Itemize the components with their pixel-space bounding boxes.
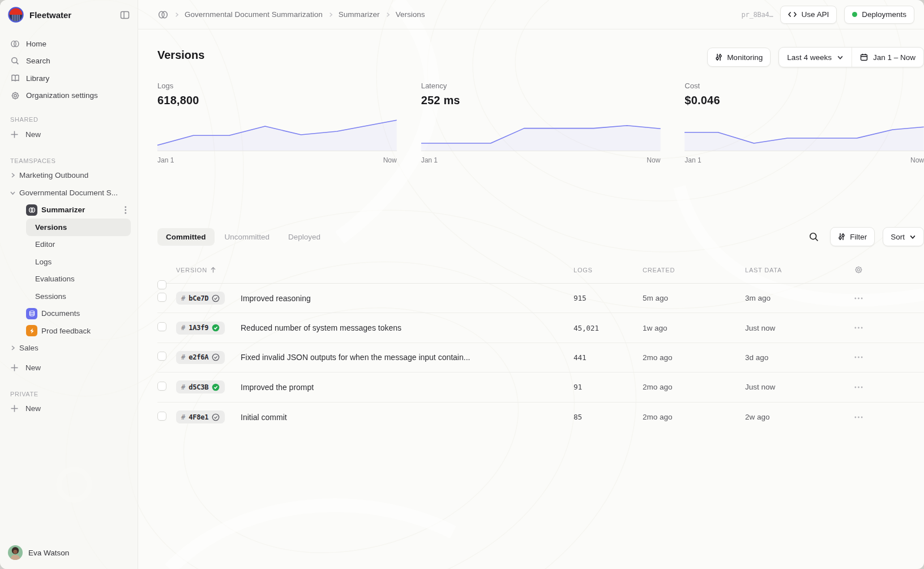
sidebar-item-editor[interactable]: Editor xyxy=(7,236,131,254)
tab-deployed[interactable]: Deployed xyxy=(280,228,329,246)
version-badge[interactable]: #e2f6A xyxy=(176,351,225,364)
project-summarizer[interactable]: Summarizer xyxy=(7,202,131,219)
last-data-time: Just now xyxy=(745,383,850,391)
use-api-label: Use API xyxy=(801,10,829,19)
breadcrumb-item[interactable]: Versions xyxy=(396,10,425,19)
project-menu-button[interactable] xyxy=(121,206,131,214)
date-range-label: Jan 1 – Now xyxy=(873,53,916,62)
private-new-button[interactable]: New xyxy=(7,400,131,418)
column-header-last-data[interactable]: LAST DATA xyxy=(745,267,850,273)
row-checkbox[interactable] xyxy=(157,352,166,361)
avatar xyxy=(8,545,23,560)
version-badge[interactable]: #1A3f9 xyxy=(176,322,225,335)
metric-label: Latency xyxy=(421,82,661,90)
version-badge[interactable]: #4F8e1 xyxy=(176,410,225,423)
user-menu[interactable]: Eva Watson xyxy=(7,543,131,562)
version-badge[interactable]: #d5C3B xyxy=(176,380,225,393)
row-menu-button[interactable] xyxy=(850,386,867,388)
sidebar-item-evaluations[interactable]: Evaluations xyxy=(7,271,131,288)
sidebar-item-documents[interactable]: Documents xyxy=(7,305,131,323)
sidebar-collapse-button[interactable] xyxy=(118,8,131,21)
column-header-logs[interactable]: LOGS xyxy=(574,267,643,273)
row-menu-button[interactable] xyxy=(850,327,867,329)
sidebar-item-logs[interactable]: Logs xyxy=(7,253,131,271)
select-all-checkbox[interactable] xyxy=(157,280,166,289)
check-circle-outline-icon xyxy=(212,353,220,361)
row-menu-button[interactable] xyxy=(850,297,867,300)
version-hash: d5C3B xyxy=(189,383,208,391)
breadcrumb-item[interactable]: Summarizer xyxy=(339,10,380,19)
teamspaces-new-button[interactable]: New xyxy=(7,359,131,377)
page-actions: Monitoring Last 4 weeks Jan 1 – xyxy=(707,47,924,67)
row-menu-button[interactable] xyxy=(850,356,867,358)
column-header-created[interactable]: CREATED xyxy=(643,267,745,273)
column-label: LAST DATA xyxy=(745,267,782,273)
monitoring-button[interactable]: Monitoring xyxy=(707,48,771,67)
shared-new-button[interactable]: New xyxy=(7,126,131,143)
tab-uncommitted[interactable]: Uncommitted xyxy=(216,228,279,246)
chevron-right-icon xyxy=(328,12,333,18)
table-row[interactable]: #e2f6A Fixed invalid JSON outputs for wh… xyxy=(157,343,924,373)
column-header-version[interactable]: VERSION xyxy=(176,267,241,273)
app-window: Fleetwater Home xyxy=(0,0,924,569)
range-preset-dropdown[interactable]: Last 4 weeks xyxy=(779,48,852,67)
sidebar-item-sessions[interactable]: Sessions xyxy=(7,288,131,305)
check-circle-filled-icon xyxy=(212,324,220,332)
table-row[interactable]: #1A3f9 Reduced number of system messages… xyxy=(157,313,924,343)
logs-count: 915 xyxy=(574,294,643,302)
ellipsis-icon xyxy=(854,297,863,300)
use-api-button[interactable]: Use API xyxy=(780,6,837,24)
row-menu-button[interactable] xyxy=(850,416,867,418)
table-header: VERSION LOGS CREATED LAST DATA xyxy=(157,266,924,284)
version-badge[interactable]: #bCe7D xyxy=(176,292,225,305)
breadcrumb-item[interactable]: Governmental Document Summarization xyxy=(185,10,323,19)
search-button[interactable] xyxy=(805,228,822,245)
deployments-button[interactable]: Deployments xyxy=(844,6,914,24)
x-axis: Jan 1 Now xyxy=(157,151,397,164)
filter-label: Filter xyxy=(850,233,867,241)
row-checkbox[interactable] xyxy=(157,293,166,302)
filter-button[interactable]: Filter xyxy=(830,227,875,246)
metric-label: Logs xyxy=(157,82,397,90)
teamspace-marketing-outbound[interactable]: Marketing Outbound xyxy=(7,167,131,185)
metric-card-latency: Latency 252 ms Jan 1 Now xyxy=(421,82,661,164)
sidebar-item-versions[interactable]: Versions xyxy=(26,219,131,236)
hash-prefix: # xyxy=(181,383,185,391)
teamspace-governmental[interactable]: Governmental Document S... xyxy=(7,184,131,202)
brand-mark-icon xyxy=(10,39,20,49)
sidebar-header: Fleetwater xyxy=(7,0,131,29)
sidebar-item-library[interactable]: Library xyxy=(7,70,131,87)
gear-icon xyxy=(854,266,863,274)
page-content: Versions Monitoring Last 4 weeks xyxy=(138,29,924,569)
teamspace-sales[interactable]: Sales xyxy=(7,340,131,357)
version-description: Initial commit xyxy=(241,413,574,422)
ellipsis-icon xyxy=(854,356,863,358)
table-row[interactable]: #d5C3B Improved the prompt 91 2mo ago Ju… xyxy=(157,373,924,402)
page-title: Versions xyxy=(157,47,204,62)
file-label: Prod feedback xyxy=(41,327,91,335)
sidebar-item-organization-settings[interactable]: Organization settings xyxy=(7,87,131,105)
table-row[interactable]: #bCe7D Improved reasoning 915 5m ago 3m … xyxy=(157,284,924,313)
chevron-right-icon xyxy=(9,172,16,179)
deployments-status-dot xyxy=(852,12,857,17)
sidebar-item-home[interactable]: Home xyxy=(7,35,131,53)
table-row[interactable]: #4F8e1 Initial commit 85 2mo ago 2w ago xyxy=(157,403,924,432)
date-range-picker[interactable]: Jan 1 – Now xyxy=(852,48,923,67)
row-checkbox[interactable] xyxy=(157,412,166,421)
hash-prefix: # xyxy=(181,324,185,332)
tab-committed[interactable]: Committed xyxy=(157,228,215,246)
row-checkbox[interactable] xyxy=(157,382,166,391)
column-settings-button[interactable] xyxy=(850,266,867,274)
chevron-right-icon xyxy=(385,12,391,18)
x-axis-start-label: Jan 1 xyxy=(685,156,701,164)
breadcrumb: Governmental Document Summarization Summ… xyxy=(157,10,425,19)
chevron-right-icon xyxy=(174,12,179,18)
new-label: New xyxy=(25,404,41,413)
created-time: 2mo ago xyxy=(643,353,745,362)
sidebar-item-search[interactable]: Search xyxy=(7,53,131,70)
sort-button[interactable]: Sort xyxy=(883,227,924,246)
search-icon xyxy=(809,232,819,242)
logs-count: 91 xyxy=(574,383,643,391)
row-checkbox[interactable] xyxy=(157,322,166,331)
sidebar-item-prod-feedback[interactable]: Prod feedback xyxy=(7,322,131,340)
